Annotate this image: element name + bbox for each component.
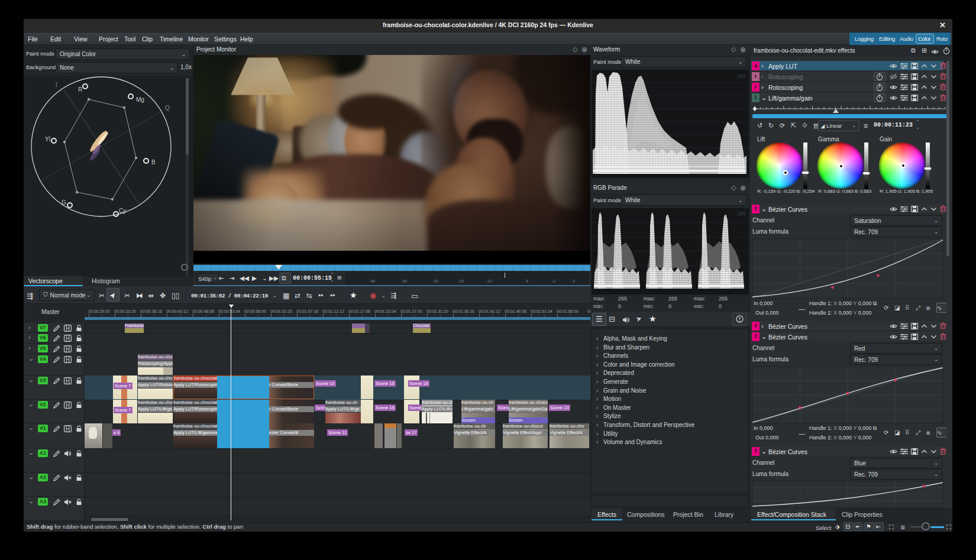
svg-text:Cy: Cy xyxy=(119,208,126,214)
svg-text:R: R xyxy=(78,86,82,93)
svg-text:Mg: Mg xyxy=(136,96,144,103)
svg-text:Yl: Yl xyxy=(45,136,50,143)
svg-text:I: I xyxy=(56,82,57,88)
svg-text:B: B xyxy=(151,159,156,166)
svg-text:255: 255 xyxy=(737,211,746,216)
svg-text:Q: Q xyxy=(165,105,170,111)
svg-text:G: G xyxy=(62,199,66,206)
svg-text:255: 255 xyxy=(737,73,746,79)
